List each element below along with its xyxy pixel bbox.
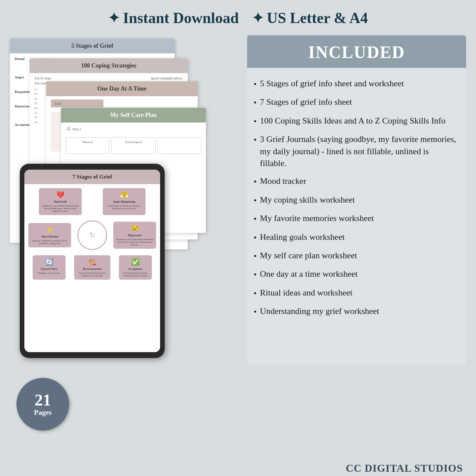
bullet-7: • bbox=[254, 232, 257, 244]
acceptance-title: Acceptance bbox=[122, 267, 149, 270]
included-item-text-1: 7 Stages of grief info sheet bbox=[260, 96, 352, 108]
included-item-text-4: Mood tracker bbox=[260, 175, 306, 187]
reconstruction-icon: 🏗️ bbox=[77, 258, 108, 266]
included-list-item-1: •7 Stages of grief info sheet bbox=[254, 96, 456, 109]
included-item-text-6: My favorite memories worksheet bbox=[260, 212, 374, 224]
oneday-title: One Day At A Time bbox=[46, 81, 198, 96]
upward-icon: 🔄 bbox=[35, 258, 63, 266]
stage-anger-bargaining: 😤 Anger/Bargaining Outpouring of bottled… bbox=[103, 188, 146, 215]
anger-title: Anger/Bargaining bbox=[105, 200, 143, 203]
depression-title: Depression bbox=[116, 234, 154, 237]
coping100-title: 100 Coping Strategies bbox=[30, 58, 188, 73]
depression-desc: Realization of the inevitable and feelin… bbox=[116, 238, 154, 246]
selfcare-grid: Physical Psychological bbox=[61, 135, 206, 156]
included-item-text-11: Understanding my grief worksheet bbox=[260, 305, 379, 317]
included-list-item-0: •5 Stages of grief info sheet and worksh… bbox=[254, 78, 456, 90]
header-download-label: Instant Download bbox=[123, 9, 239, 27]
pages-number: 21 bbox=[35, 392, 51, 408]
tablet-title: 7 Stages of Grief bbox=[24, 170, 160, 184]
bullet-6: • bbox=[254, 213, 257, 225]
ask-help-text: Ask for help bbox=[34, 76, 51, 80]
bullet-4: • bbox=[254, 176, 257, 188]
included-title: INCLUDED bbox=[257, 42, 456, 62]
stages-bottom-row: 🔄 Upward Turn Finding a way forward. 🏗️ … bbox=[28, 255, 156, 280]
included-item-text-7: Healing goals worksheet bbox=[260, 231, 345, 243]
header-item-download: ✦ Instant Download bbox=[108, 9, 239, 27]
selfcare-cell-physical: Physical bbox=[66, 137, 109, 154]
included-list-item-3: •3 Grief Journals (saying goodbye, my fa… bbox=[254, 133, 456, 169]
bullet-3: • bbox=[254, 134, 257, 146]
included-list-item-6: •My favorite memories worksheet bbox=[254, 212, 456, 225]
bullet-11: • bbox=[254, 306, 257, 318]
grief5-title: 5 Stages of Grief bbox=[10, 39, 175, 53]
pages-badge: 21 Pages bbox=[16, 378, 69, 431]
included-list-item-11: •Understanding my grief worksheet bbox=[254, 305, 456, 318]
stages-diagram: 💔 Pain/Guilt Numbness wears off and emot… bbox=[24, 184, 160, 286]
included-item-text-2: 100 Coping Skills Ideas and A to Z Copin… bbox=[260, 115, 445, 127]
included-item-text-9: One day at a time worksheet bbox=[260, 268, 358, 280]
stage-acceptance: ✅ Acceptance Realizing the loss is final… bbox=[119, 255, 152, 280]
diamond-icon-1: ✦ bbox=[108, 10, 120, 26]
diamond-icon-2: ✦ bbox=[252, 10, 264, 26]
included-list-item-5: •My coping skills worksheet bbox=[254, 194, 456, 207]
included-list-item-10: •Ritual ideas and worksheet bbox=[254, 287, 456, 299]
included-item-text-10: Ritual ideas and worksheet bbox=[260, 287, 352, 299]
stage-pain-guilt: 💔 Pain/Guilt Numbness wears off and emot… bbox=[39, 188, 82, 215]
bullet-9: • bbox=[254, 269, 257, 281]
shock-icon: ⚡ bbox=[31, 226, 69, 234]
arrow-circle: ↻ bbox=[77, 220, 107, 250]
pain-desc: Numbness wears off and emotional pain an… bbox=[42, 205, 79, 212]
included-list-item-8: •My self care plan worksheet bbox=[254, 250, 456, 262]
header-item-format: ✦ US Letter & A4 bbox=[252, 9, 368, 27]
anger-icon: 😤 bbox=[105, 191, 143, 199]
bullet-0: • bbox=[254, 78, 257, 90]
anger-desc: Outpouring of bottled up emotions. Seeki… bbox=[105, 205, 143, 210]
included-box: INCLUDED bbox=[247, 35, 466, 68]
left-section: 5 Stages of Grief Denial AvoidanceConfus… bbox=[10, 32, 234, 457]
stage-upward-turn: 🔄 Upward Turn Finding a way forward. bbox=[33, 255, 66, 280]
ignore-advice-text: Ignore unhelpful advice. bbox=[151, 76, 183, 80]
selfcare-cell-3 bbox=[157, 137, 201, 154]
reconstruction-title: Reconstruction bbox=[77, 267, 108, 270]
included-item-text-3: 3 Grief Journals (saying goodbye, my fav… bbox=[260, 133, 456, 169]
depression-icon: 😢 bbox=[116, 224, 154, 232]
tablet-container: 7 Stages of Grief 💔 Pain/Guilt Numbness … bbox=[20, 164, 165, 358]
stage-reconstruction: 🏗️ Reconstruction Start reconstructing y… bbox=[74, 255, 110, 280]
pain-icon: 💔 bbox=[42, 191, 79, 199]
included-list-item-4: •Mood tracker bbox=[254, 175, 456, 188]
included-list-item-2: •100 Coping Skills Ideas and A to Z Copi… bbox=[254, 115, 456, 127]
included-item-text-0: 5 Stages of grief info sheet and workshe… bbox=[260, 78, 404, 90]
date-field: Date bbox=[51, 99, 103, 107]
selfcare-title: My Self Care Plan bbox=[61, 108, 206, 123]
selfcare-cell-psychological: Psychological bbox=[111, 137, 155, 154]
arrow-symbol: ↻ bbox=[89, 231, 95, 239]
stage-depression: 😢 Depression Realization of the inevitab… bbox=[113, 222, 156, 249]
shock-title: Shock/Denial bbox=[31, 235, 69, 238]
tablet-screen: 7 Stages of Grief 💔 Pain/Guilt Numbness … bbox=[24, 170, 160, 352]
bullet-2: • bbox=[254, 116, 257, 127]
bullet-5: • bbox=[254, 195, 257, 207]
stage-shock-denial: ⚡ Shock/Denial Paralysis. Disbelief. Avo… bbox=[28, 223, 71, 247]
shock-desc: Paralysis. Disbelief. Avoidance of the i… bbox=[31, 239, 69, 245]
included-list-item-7: •Healing goals worksheet bbox=[254, 231, 456, 244]
tablet-outer: 7 Stages of Grief 💔 Pain/Guilt Numbness … bbox=[20, 164, 165, 358]
footer-text: CC DIGITAL STUDIOS bbox=[346, 462, 463, 474]
upward-desc: Finding a way forward. bbox=[35, 272, 63, 274]
selfcare-why: ☺ Why I bbox=[61, 123, 206, 135]
included-list-item-9: •One day at a time worksheet bbox=[254, 268, 456, 281]
header-format-label: US Letter & A4 bbox=[267, 9, 368, 27]
acceptance-icon: ✅ bbox=[122, 258, 149, 266]
right-section: INCLUDED •5 Stages of grief info sheet a… bbox=[234, 32, 466, 457]
footer: CC DIGITAL STUDIOS bbox=[0, 457, 476, 476]
included-item-text-8: My self care plan worksheet bbox=[260, 250, 357, 262]
stages-middle-row: ⚡ Shock/Denial Paralysis. Disbelief. Avo… bbox=[28, 218, 156, 253]
reconstruction-desc: Start reconstructing your life without y… bbox=[77, 272, 108, 277]
included-list: •5 Stages of grief info sheet and worksh… bbox=[254, 78, 456, 318]
bullet-1: • bbox=[254, 97, 257, 109]
included-item-text-5: My coping skills worksheet bbox=[260, 194, 355, 206]
header: ✦ Instant Download ✦ US Letter & A4 bbox=[0, 0, 476, 32]
stages-top-row: 💔 Pain/Guilt Numbness wears off and emot… bbox=[28, 188, 156, 215]
main-content: 5 Stages of Grief Denial AvoidanceConfus… bbox=[0, 32, 476, 457]
bullet-8: • bbox=[254, 250, 257, 262]
pain-title: Pain/Guilt bbox=[42, 200, 79, 203]
